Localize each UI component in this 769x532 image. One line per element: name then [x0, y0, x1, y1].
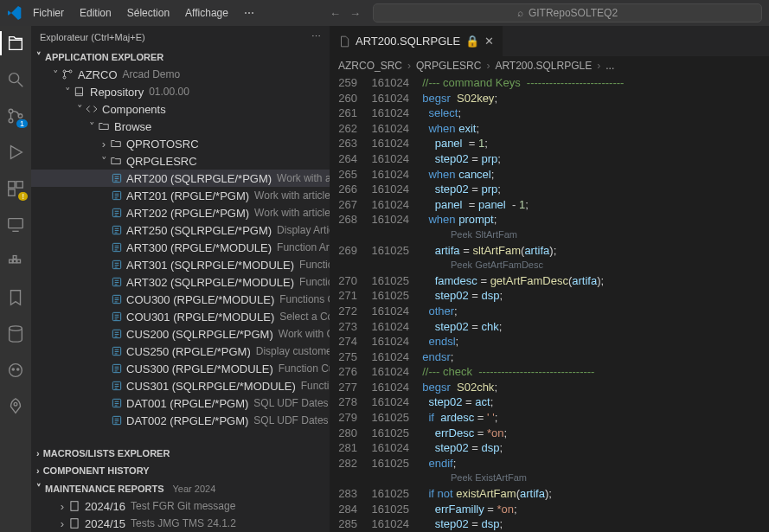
- pgm-icon: [111, 344, 123, 358]
- code-line[interactable]: 273161024 step02 = chk;: [330, 319, 769, 335]
- vscode-icon: [7, 5, 22, 21]
- tree-row[interactable]: ART300 (RPGLE/*MODULE)Function Article: [31, 239, 330, 256]
- maint-row[interactable]: ›2024/15Tests JMG TMS 24.1.2: [31, 515, 330, 532]
- tree-row[interactable]: DAT002 (RPGLE/*PGM)SQL UDF Dates: [31, 412, 330, 429]
- code-editor[interactable]: 259161024 //--- command Keys -----------…: [330, 75, 769, 532]
- svg-point-18: [63, 76, 66, 79]
- code-line[interactable]: 277161024 begsr S02chk;: [330, 380, 769, 395]
- tree-row[interactable]: COU300 (RPGLE/*MODULE)Functions Country: [31, 291, 330, 308]
- code-line[interactable]: 259161024 //--- command Keys -----------…: [330, 75, 769, 91]
- code-line[interactable]: 281161024 step02 = dsp;: [330, 440, 769, 456]
- rocket-icon[interactable]: [5, 396, 26, 417]
- code-line[interactable]: 267161024 panel = panel - 1;: [330, 197, 769, 213]
- tree-row[interactable]: ART201 (RPGLE/*PGM)Work with article: [31, 187, 330, 204]
- breadcrumb-item[interactable]: ART200.SQLRPGLE: [495, 60, 592, 72]
- search-activity-icon[interactable]: [5, 69, 26, 90]
- breadcrumb[interactable]: AZRCO_SRC›QRPGLESRC›ART200.SQLRPGLE›...: [330, 56, 769, 75]
- tree-row[interactable]: ART302 (SQLRPGLE/*MODULE)Function Articl…: [31, 273, 330, 291]
- nav-back-icon[interactable]: ←: [330, 7, 341, 20]
- section-macros[interactable]: ›MACROS/LISTS EXPLORER: [31, 445, 330, 462]
- folder-icon: [97, 119, 111, 133]
- code-line[interactable]: 261161024 select;: [330, 106, 769, 121]
- close-icon[interactable]: ✕: [484, 35, 494, 48]
- tab-title: ART200.SQLRPGLE: [356, 35, 460, 48]
- code-line[interactable]: 265161024 when cancel;: [330, 167, 769, 183]
- code-line[interactable]: 270161025 famdesc = getArtFamDesc(artifa…: [330, 273, 769, 289]
- database-icon[interactable]: [5, 324, 26, 344]
- tree-row[interactable]: ART250 (SQLRPGLE/*PGM)Display Article: [31, 221, 330, 239]
- menu-item[interactable]: Affichage: [178, 3, 235, 22]
- explorer-icon[interactable]: [5, 33, 26, 54]
- folder-icon: [109, 154, 123, 168]
- tree-row[interactable]: DAT001 (RPGLE/*PGM)SQL UDF Dates: [31, 394, 330, 412]
- code-line[interactable]: 275161024 endsr;: [330, 349, 769, 365]
- breadcrumb-item[interactable]: AZRCO_SRC: [338, 60, 402, 72]
- svg-point-17: [63, 70, 66, 73]
- code-line[interactable]: Peek GetArtFamDesc: [330, 258, 769, 273]
- tree-row[interactable]: ART301 (SQLRPGLE/*MODULE)Function Select…: [31, 256, 330, 273]
- repo-icon: [73, 85, 87, 99]
- pgm-icon: [111, 379, 123, 393]
- code-line[interactable]: 280161025 errDesc = *on;: [330, 426, 769, 441]
- maint-row[interactable]: ›2024/16Test FGR Git message: [31, 497, 330, 515]
- code-line[interactable]: 263161024 panel = 1;: [330, 136, 769, 151]
- code-line[interactable]: Peek SltArtFam: [330, 228, 769, 243]
- docker-icon[interactable]: [5, 251, 26, 272]
- scm-icon[interactable]: 1: [5, 106, 26, 126]
- nav-arrows: ← →: [321, 7, 369, 20]
- tree-row[interactable]: ›QPROTOSRC: [31, 135, 330, 152]
- activity-bar: 1 !: [0, 26, 31, 532]
- branch-icon: [61, 67, 74, 81]
- code-line[interactable]: 264161024 step02 = prp;: [330, 151, 769, 167]
- svg-rect-9: [13, 260, 16, 263]
- menu-item[interactable]: Fichier: [26, 3, 71, 22]
- tree-row[interactable]: ART202 (RPGLE/*PGM)Work with article: [31, 204, 330, 221]
- tree-row[interactable]: CUS250 (RPGLE/*PGM)Display customer: [31, 343, 330, 360]
- tree-row[interactable]: ˅QRPGLESRC: [31, 152, 330, 170]
- code-line[interactable]: Peek ExistArtFam: [330, 471, 769, 486]
- code-line[interactable]: 278161024 step02 = act;: [330, 394, 769, 410]
- tree-row[interactable]: COU301 (RPGLE/*MODULE)Select a Country c…: [31, 308, 330, 325]
- tree-row[interactable]: CUS300 (RPGLE/*MODULE)Function Customer: [31, 360, 330, 377]
- code-line[interactable]: 269161025 artifa = sltArtFam(artifa);: [330, 243, 769, 259]
- tree-row[interactable]: ˅Browse: [31, 118, 330, 135]
- tab-art200[interactable]: ART200.SQLRPGLE 🔒 ✕: [330, 26, 503, 56]
- code-line[interactable]: 284161025 errFamilly = *on;: [330, 502, 769, 517]
- code-line[interactable]: 274161024 endsl;: [330, 334, 769, 349]
- bookmark-icon[interactable]: [5, 287, 26, 308]
- more-icon[interactable]: ⋯: [311, 31, 321, 42]
- remote-icon[interactable]: [5, 215, 26, 235]
- code-line[interactable]: 271161025 step02 = dsp;: [330, 288, 769, 304]
- code-line[interactable]: 282161025 endif;: [330, 456, 769, 471]
- section-history[interactable]: ›COMPONENT HISTORY: [31, 462, 330, 479]
- tree-row[interactable]: ˅Components: [31, 100, 330, 118]
- tree-row[interactable]: CUS301 (SQLRPGLE/*MODULE)Function Select…: [31, 377, 330, 394]
- section-app-explorer[interactable]: ˅APPLICATION EXPLORER: [31, 48, 330, 66]
- tree-row[interactable]: CUS200 (SQLRPGLE/*PGM)Work with Customer…: [31, 325, 330, 343]
- menu-item[interactable]: Edition: [73, 3, 119, 22]
- search-placeholder: GITRepoSOLTEQ2: [529, 7, 618, 19]
- tree-row[interactable]: ART200 (SQLRPGLE/*PGM)Work with article: [31, 170, 330, 187]
- code-line[interactable]: 268161024 when prompt;: [330, 212, 769, 228]
- code-line[interactable]: 276161024 //--- check ------------------…: [330, 364, 769, 380]
- code-line[interactable]: 260161024 begsr S02key;: [330, 91, 769, 106]
- menu-item[interactable]: ⋯: [237, 3, 261, 22]
- menu-item[interactable]: Sélection: [120, 3, 176, 22]
- code-line[interactable]: 279161025 if ardesc = ' ';: [330, 410, 769, 426]
- run-debug-icon[interactable]: [5, 142, 26, 163]
- code-line[interactable]: 285161024 step02 = dsp;: [330, 516, 769, 532]
- code-line[interactable]: 266161024 step02 = prp;: [330, 182, 769, 197]
- code-line[interactable]: 262161024 when exit;: [330, 121, 769, 137]
- tree-row[interactable]: ˅AZRCOArcad Demo: [31, 66, 330, 83]
- nav-forward-icon[interactable]: →: [349, 7, 361, 20]
- tree-row[interactable]: ˅Repository01.00.00: [31, 83, 330, 100]
- chevron-down-icon: ˅: [36, 483, 42, 494]
- breadcrumb-item[interactable]: ...: [606, 60, 614, 72]
- code-line[interactable]: 272161024 other;: [330, 304, 769, 319]
- extensions-warn-icon[interactable]: !: [5, 178, 26, 199]
- command-center[interactable]: ⌕ GITRepoSOLTEQ2: [373, 3, 762, 22]
- copilot-icon[interactable]: [5, 360, 26, 381]
- code-line[interactable]: 283161025 if not existArtFam(artifa);: [330, 486, 769, 502]
- breadcrumb-item[interactable]: QRPGLESRC: [416, 60, 481, 72]
- section-maintenance[interactable]: ˅MAINTENANCE REPORTSYear 2024: [31, 479, 330, 497]
